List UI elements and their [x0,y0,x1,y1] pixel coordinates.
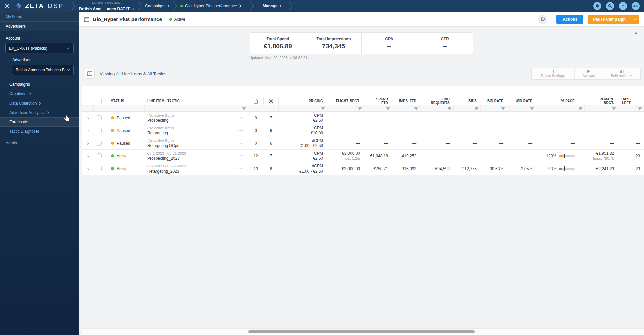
status-cell: Paused [104,124,145,137]
row-menu-icon[interactable]: ••• [238,116,244,120]
col-header-line-item[interactable]: LINE ITEM / TACTIC [145,99,234,103]
row-expand-chevron[interactable]: › [87,140,89,146]
account-select[interactable]: EK_CPX IT (Publicis) [5,43,74,53]
row-menu-icon[interactable]: ••• [238,167,244,171]
sidebar-item-forecaster[interactable]: Forecaster [0,117,79,127]
activate-button[interactable]: Activate [575,68,603,79]
table-group-header [82,86,644,97]
row-checkbox[interactable] [97,166,102,171]
col-header-bid-rate[interactable]: BID RATE [481,99,507,103]
row-expand-chevron[interactable]: › [87,153,89,159]
filter-line-item[interactable] [145,105,248,111]
breadcrumb-campaigns[interactable]: Campaigns [145,4,170,8]
status-dot [111,142,114,145]
sidebar-item-advertiser-analytics[interactable]: Advertiser Analytics [0,108,79,117]
row-expand-chevron[interactable]: › [87,166,89,172]
row-menu-icon[interactable]: ••• [238,141,244,145]
filter-status[interactable] [104,105,145,111]
breadcrumb-separator [250,0,254,12]
close-icon[interactable] [4,3,10,9]
account-label: Account [0,31,79,43]
advertiser-select[interactable]: British American Tobacco B... [12,65,74,75]
row-expand-chevron[interactable]: › [87,115,89,121]
status-cell: Paused [104,112,145,124]
chevron-right-icon [39,102,41,105]
user-avatar[interactable]: AS [632,2,640,10]
col-header-remain-bdgt[interactable]: REMAIN. BDGT. [585,98,618,105]
filter-flight-bdgt[interactable] [327,105,364,111]
filter-spend-ftd[interactable] [364,105,392,111]
row-checkbox[interactable] [97,141,102,146]
filter-win-rate[interactable] [507,105,536,111]
filter-ebid-requests[interactable] [420,105,454,111]
horizontal-scrollbar-track[interactable] [82,328,644,335]
search-button[interactable] [606,2,614,10]
bulk-action-button[interactable]: Bulk Action [603,68,640,79]
sidebar-item-creatives[interactable]: Creatives [0,89,79,98]
sidebar-item-campaigns[interactable]: Campaigns [0,80,79,89]
chevron-right-icon [279,4,282,8]
col-header-imps-ftd[interactable]: IMPS. FTD [392,99,420,103]
pace-cell: 129% [536,150,585,162]
col-header-pricing[interactable]: PRICING [279,99,327,103]
filter-bid-rate[interactable] [481,105,507,111]
actions-button[interactable]: Actions [556,15,583,24]
column-settings-button[interactable] [85,69,95,79]
chevron-down-icon [67,69,70,71]
col-header-bids[interactable]: BIDS [454,99,481,103]
sidebar-item-data-collection[interactable]: Data Collection [0,98,79,108]
all-tactics-link[interactable]: All [147,71,152,76]
horizontal-scrollbar-thumb[interactable] [248,330,475,333]
pause-campaign-dropdown[interactable] [631,15,639,24]
notifications-button[interactable] [593,2,601,10]
chevron-down-icon [630,75,633,77]
sidebar-item-tactic-diagnoser[interactable]: Tactic Diagnoser [0,127,79,136]
table-row: › Paused (No active flight)Retargeting •… [82,124,644,137]
filter-remain-bdgt[interactable] [585,105,618,111]
filter-pace[interactable] [536,105,585,111]
pause-settings-button[interactable]: Pause Settings [532,68,575,79]
row-menu-icon[interactable]: ••• [238,154,244,158]
campaign-title: Glo_Hyper Plus performance [93,16,162,22]
row-checkbox[interactable] [97,153,102,158]
breadcrumb-advertiser[interactable]: EK_CPX IT (PUBLICIS) British Ame ... acc… [79,1,135,11]
select-all-checkbox[interactable] [97,99,102,104]
row-checkbox[interactable] [97,128,102,133]
stats-close-icon[interactable]: × [635,30,637,36]
filter-pricing[interactable] [279,105,327,111]
sidebar-item-admin[interactable]: Admin [0,138,79,147]
filter-bids[interactable] [454,105,481,111]
pause-campaign-button[interactable]: Pause Campaign [588,15,639,24]
col-header-tactics[interactable] [263,97,279,105]
settings-gear-button[interactable]: ⚙ [538,15,547,24]
all-line-items-link[interactable]: All [116,71,120,76]
bulk-edit-icon [620,70,624,73]
table-filter-row [82,105,644,112]
filter-icon [448,107,451,110]
col-header-creatives[interactable] [248,97,263,105]
calendar-icon [84,17,89,22]
col-header-pace[interactable]: % PACE [536,99,585,103]
filter-imps-ftd[interactable] [392,105,420,111]
breadcrumb-manage[interactable]: Manage [263,4,282,8]
row-menu-icon[interactable]: ••• [238,129,244,132]
question-mark-icon: ? [622,4,624,8]
col-header-spend-ftd[interactable]: SPEND FTD [364,98,392,105]
row-expand-chevron[interactable]: › [87,128,89,133]
sidebar-item-my-items[interactable]: My Items [0,12,79,22]
col-header-status[interactable]: STATUS [104,99,145,103]
filter-days-left[interactable] [618,105,644,111]
status-cell: Paused [104,137,145,149]
breadcrumb-campaign-name[interactable]: Glo_Hyper Plus performance [180,4,242,8]
help-button[interactable]: ? [619,2,627,10]
row-checkbox[interactable] [97,115,102,120]
sidebar-item-advertisers[interactable]: Advertisers [0,22,79,31]
col-header-ebid-requests[interactable]: EBID REQUESTS [420,98,454,105]
chevron-right-icon [239,4,242,8]
col-header-days-left[interactable]: DAYS LEFT [618,98,644,105]
col-header-win-rate[interactable]: WIN RATE [507,99,536,103]
col-header-flight-bdgt[interactable]: FLIGHT BDGT. [327,99,364,103]
breadcrumb-separator [173,0,177,12]
table-row: › Active 03-1-2023 - 03-31-2023Prospecti… [82,150,644,162]
zeta-dsp-logo[interactable]: ZETA DSP [15,2,64,10]
